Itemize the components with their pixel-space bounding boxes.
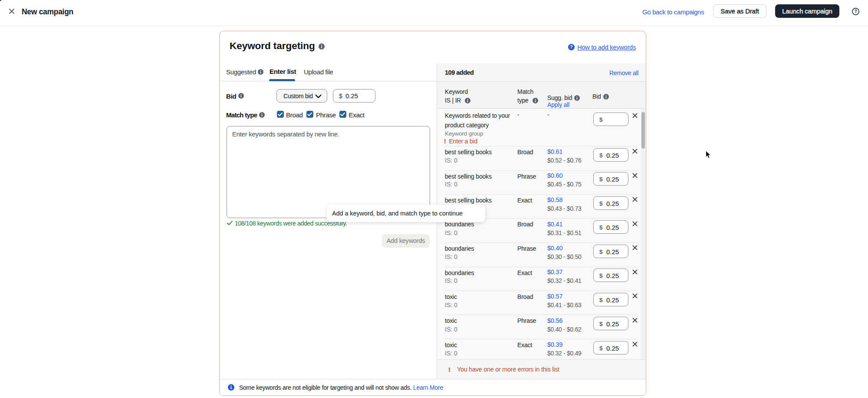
svg-text:?: ? <box>854 9 857 14</box>
svg-text:?: ? <box>570 45 573 50</box>
